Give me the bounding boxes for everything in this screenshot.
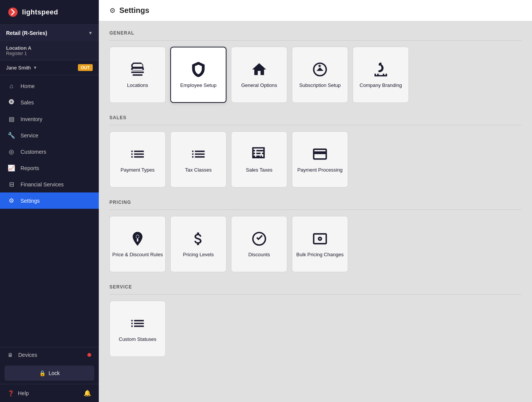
card-general-options[interactable]: General Options <box>231 47 287 103</box>
company-branding-card-label: Company Branding <box>359 82 402 89</box>
sidebar: lightspeed Retail (R-Series) ▼ Location … <box>0 0 99 402</box>
content-area: GENERAL Locations Employee Setup <box>99 21 532 378</box>
general-divider <box>109 40 521 41</box>
payment-processing-icon <box>312 146 328 162</box>
service-section: SERVICE Custom Statuses <box>109 284 521 357</box>
sales-section-title: SALES <box>109 115 521 120</box>
card-payment-types[interactable]: Payment Types <box>109 131 166 188</box>
sidebar-item-inventory-label: Inventory <box>21 116 43 122</box>
card-sales-taxes[interactable]: Sales Taxes <box>231 131 287 188</box>
sidebar-item-settings-label: Settings <box>21 198 40 204</box>
sidebar-item-devices[interactable]: 🖥 Devices <box>0 347 99 363</box>
register-name: Register 1 <box>6 51 93 56</box>
page-header-gear-icon: ⚙ <box>109 6 116 15</box>
tax-classes-icon <box>190 146 207 162</box>
lock-label: Lock <box>49 370 60 376</box>
card-custom-statuses[interactable]: Custom Statuses <box>109 301 166 357</box>
service-cards-grid: Custom Statuses <box>109 301 521 357</box>
sidebar-item-service-label: Service <box>21 132 38 139</box>
lock-icon: 🔒 <box>39 370 46 376</box>
user-name: Jane Smith <box>6 65 31 71</box>
sales-taxes-icon <box>251 146 268 162</box>
card-company-branding[interactable]: Company Branding <box>353 47 409 103</box>
sales-taxes-card-label: Sales Taxes <box>246 167 272 173</box>
sidebar-item-home-label: Home <box>21 83 35 89</box>
sidebar-bottom: 🖥 Devices 🔒 Lock ❓ Help 🔔 <box>0 347 99 402</box>
payment-types-icon <box>129 146 146 162</box>
card-price-discount-rules[interactable]: Price & Discount Rules <box>109 216 166 272</box>
home-icon: ⌂ <box>8 83 15 90</box>
bulk-pricing-changes-card-label: Bulk Pricing Changes <box>296 252 344 258</box>
sidebar-item-service[interactable]: 🔧 Service <box>0 127 99 143</box>
subscription-setup-icon <box>312 61 328 78</box>
store-selector[interactable]: Retail (R-Series) ▼ <box>0 25 99 41</box>
custom-statuses-icon <box>129 315 146 332</box>
lightspeed-logo-icon <box>8 7 18 17</box>
user-info: Jane Smith ▼ <box>6 65 37 71</box>
logo-area[interactable]: lightspeed <box>0 0 99 25</box>
sales-icon <box>8 99 15 106</box>
pricing-levels-icon <box>190 230 207 247</box>
sidebar-item-reports-label: Reports <box>21 165 39 171</box>
sidebar-item-sales[interactable]: Sales <box>0 94 99 111</box>
general-options-icon <box>251 61 268 78</box>
bulk-pricing-changes-icon <box>312 230 328 247</box>
sidebar-item-sales-label: Sales <box>21 99 34 106</box>
customers-icon: ◎ <box>8 148 15 155</box>
main-content: ⚙ Settings GENERAL Locations Employee S <box>99 0 532 402</box>
sidebar-nav: ⌂ Home Sales ▤ Inventory 🔧 Service ◎ Cus… <box>0 75 99 347</box>
sidebar-item-reports[interactable]: 📈 Reports <box>0 160 99 176</box>
svg-point-0 <box>8 8 18 17</box>
price-discount-rules-icon <box>129 230 146 247</box>
sidebar-item-home[interactable]: ⌂ Home <box>0 78 99 94</box>
sales-divider <box>109 125 521 125</box>
card-subscription-setup[interactable]: Subscription Setup <box>292 47 348 103</box>
inventory-icon: ▤ <box>8 115 15 123</box>
employee-setup-card-label: Employee Setup <box>180 82 216 89</box>
subscription-setup-card-label: Subscription Setup <box>299 82 340 89</box>
sidebar-item-financial-label: Financial Services <box>21 181 64 188</box>
card-bulk-pricing-changes[interactable]: Bulk Pricing Changes <box>292 216 348 272</box>
user-info-bar[interactable]: Jane Smith ▼ OUT <box>0 60 99 75</box>
service-icon: 🔧 <box>8 132 15 139</box>
pricing-levels-card-label: Pricing Levels <box>183 252 214 258</box>
devices-label: Devices <box>18 352 37 358</box>
sales-section: SALES Payment Types Tax Classes <box>109 115 521 188</box>
service-divider <box>109 294 521 295</box>
card-employee-setup[interactable]: Employee Setup <box>170 47 226 103</box>
discounts-icon <box>251 230 268 247</box>
card-discounts[interactable]: Discounts <box>231 216 287 272</box>
company-branding-icon <box>372 61 389 78</box>
devices-alert-dot <box>87 353 91 357</box>
card-tax-classes[interactable]: Tax Classes <box>170 131 226 188</box>
pricing-section: PRICING Price & Discount Rules Pricing L… <box>109 200 521 272</box>
notification-bell-icon: 🔔 <box>84 389 91 397</box>
sidebar-item-inventory[interactable]: ▤ Inventory <box>0 111 99 127</box>
page-header: ⚙ Settings <box>99 0 532 21</box>
logo-text: lightspeed <box>22 8 58 16</box>
payment-types-card-label: Payment Types <box>120 167 154 173</box>
payment-processing-card-label: Payment Processing <box>297 167 342 173</box>
discounts-card-label: Discounts <box>248 252 270 258</box>
employee-setup-icon <box>190 61 207 78</box>
general-section-title: GENERAL <box>109 30 521 36</box>
tax-classes-card-label: Tax Classes <box>185 167 212 173</box>
location-name: Location A <box>6 45 93 51</box>
general-cards-grid: Locations Employee Setup General Options <box>109 47 521 103</box>
pricing-section-title: PRICING <box>109 200 521 205</box>
sidebar-item-financial[interactable]: ⊟ Financial Services <box>0 176 99 192</box>
page-title: Settings <box>119 6 149 15</box>
sidebar-item-customers[interactable]: ◎ Customers <box>0 143 99 160</box>
card-payment-processing[interactable]: Payment Processing <box>292 131 348 188</box>
sidebar-item-settings[interactable]: ⚙ Settings <box>0 192 99 209</box>
user-dropdown-arrow: ▼ <box>33 65 37 70</box>
card-locations[interactable]: Locations <box>109 47 166 103</box>
store-name: Retail (R-Series) <box>6 30 47 36</box>
card-pricing-levels[interactable]: Pricing Levels <box>170 216 226 272</box>
sidebar-item-customers-label: Customers <box>21 149 46 155</box>
price-discount-rules-card-label: Price & Discount Rules <box>112 252 163 258</box>
financial-icon: ⊟ <box>8 181 15 188</box>
sidebar-item-help[interactable]: ❓ Help 🔔 <box>0 384 99 402</box>
lock-button[interactable]: 🔒 Lock <box>5 366 94 381</box>
help-label: Help <box>18 390 29 396</box>
